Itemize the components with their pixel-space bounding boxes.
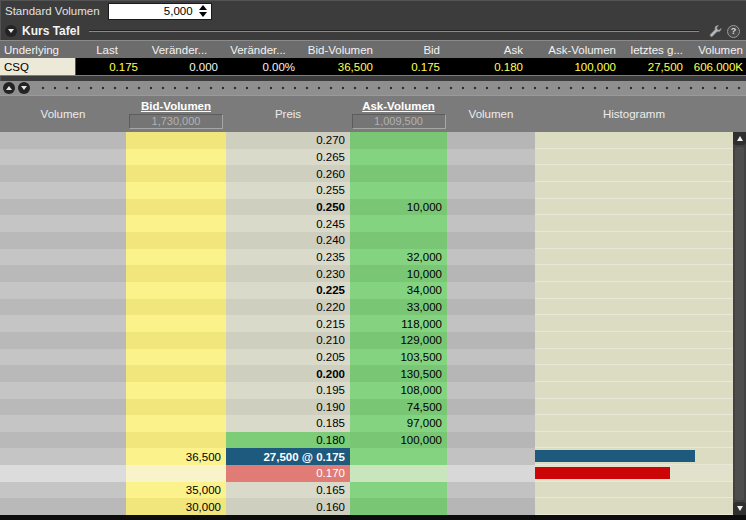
col-last-size[interactable]: letztes g...	[619, 41, 686, 58]
ladder-col-histogram[interactable]: Histogramm	[535, 96, 733, 132]
quote-row[interactable]: CSQ 0.175 0.000 0.00% 36,500 0.175 0.180…	[0, 58, 746, 76]
col-ask[interactable]: Ask	[443, 41, 526, 58]
bid-volume-cell[interactable]	[126, 182, 226, 199]
price-cell[interactable]: 0.165	[226, 482, 350, 499]
ladder-scrollbar[interactable]	[733, 132, 746, 515]
bid-volume-cell[interactable]: 35,000	[126, 482, 226, 499]
panel-splitter[interactable]	[0, 81, 746, 95]
col-volume[interactable]: Volumen	[686, 41, 746, 58]
price-cell[interactable]: 0.170	[226, 465, 350, 482]
price-cell[interactable]: 0.230	[226, 265, 350, 282]
col-bid[interactable]: Bid	[376, 41, 443, 58]
ask-volume-cell[interactable]: 33,000	[350, 299, 447, 316]
bid-volume-cell[interactable]	[126, 165, 226, 182]
col-ask-volume[interactable]: Ask-Volumen	[526, 41, 619, 58]
bid-volume-cell[interactable]	[126, 415, 226, 432]
bid-volume-cell[interactable]	[126, 149, 226, 166]
ask-volume-cell[interactable]: 100,000	[350, 432, 447, 449]
bid-volume-cell[interactable]	[126, 265, 226, 282]
ask-volume-cell[interactable]	[350, 498, 447, 515]
ask-volume-cell[interactable]: 103,500	[350, 349, 447, 366]
bid-volume-cell[interactable]: 36,500	[126, 448, 226, 465]
ask-volume-cell[interactable]	[350, 165, 447, 182]
price-cell[interactable]: 0.260	[226, 165, 350, 182]
price-cell[interactable]: 0.255	[226, 182, 350, 199]
bid-volume-cell[interactable]	[126, 249, 226, 266]
ask-volume-cell[interactable]: 34,000	[350, 282, 447, 299]
help-icon[interactable]: ?	[727, 25, 740, 38]
scroll-up-icon[interactable]	[733, 132, 746, 145]
scroll-down-icon[interactable]	[733, 502, 746, 515]
price-cell[interactable]: 0.205	[226, 349, 350, 366]
ask-volume-cell[interactable]: 130,500	[350, 365, 447, 382]
volume-spinner[interactable]	[197, 5, 209, 18]
price-cell[interactable]: 0.180	[226, 432, 350, 449]
price-cell[interactable]: 0.225	[226, 282, 350, 299]
price-cell[interactable]: 0.200	[226, 365, 350, 382]
spinner-down-icon[interactable]	[199, 12, 207, 17]
bid-volume-cell[interactable]	[126, 349, 226, 366]
ladder-col-ask-volume[interactable]: Ask-Volumen 1,009,500	[350, 96, 447, 132]
splitter-up-icon[interactable]	[3, 82, 15, 94]
price-cell[interactable]: 0.265	[226, 149, 350, 166]
price-cell[interactable]: 0.215	[226, 315, 350, 332]
bid-volume-cell[interactable]	[126, 332, 226, 349]
ask-volume-cell[interactable]: 100,000	[526, 58, 619, 75]
wrench-icon[interactable]	[708, 24, 722, 38]
bid-volume-cell[interactable]	[126, 199, 226, 216]
ask-volume-cell[interactable]: 10,000	[350, 199, 447, 216]
ask-volume-cell[interactable]	[350, 448, 447, 465]
bid-volume-cell[interactable]: 36,500	[298, 58, 376, 75]
ask-volume-cell[interactable]: 97,000	[350, 415, 447, 432]
underlying-cell[interactable]: CSQ	[0, 58, 76, 75]
ask-volume-cell[interactable]	[350, 482, 447, 499]
price-cell[interactable]: 0.220	[226, 299, 350, 316]
bid-volume-cell[interactable]	[126, 215, 226, 232]
ask-volume-cell[interactable]	[350, 215, 447, 232]
ask-volume-cell[interactable]: 108,000	[350, 382, 447, 399]
bid-volume-cell[interactable]	[126, 465, 226, 482]
price-cell[interactable]: 0.245	[226, 215, 350, 232]
price-cell[interactable]: 0.270	[226, 132, 350, 149]
price-cell[interactable]: 27,500 @ 0.175	[226, 448, 350, 465]
scrollbar-thumb[interactable]	[735, 147, 744, 500]
col-change-pct[interactable]: Veränder...	[221, 41, 298, 58]
ladder-col-volume-right[interactable]: Volumen	[447, 96, 535, 132]
price-cell[interactable]: 0.190	[226, 399, 350, 416]
bid-volume-cell[interactable]	[126, 299, 226, 316]
ask-volume-cell[interactable]: 129,000	[350, 332, 447, 349]
col-last[interactable]: Last	[76, 41, 141, 58]
bid-cell[interactable]: 0.175	[376, 58, 443, 75]
bid-volume-cell[interactable]	[126, 132, 226, 149]
bid-volume-cell[interactable]	[126, 365, 226, 382]
standard-volume-input[interactable]: 5,000	[108, 3, 212, 20]
last-cell[interactable]: 0.175	[76, 58, 141, 75]
ask-cell[interactable]: 0.180	[443, 58, 526, 75]
ladder-col-volume-left[interactable]: Volumen	[0, 96, 126, 132]
ask-volume-cell[interactable]	[350, 182, 447, 199]
col-underlying[interactable]: Underlying	[0, 41, 76, 58]
ask-volume-cell[interactable]	[350, 132, 447, 149]
bid-volume-cell[interactable]	[126, 232, 226, 249]
bid-volume-cell[interactable]: 30,000	[126, 498, 226, 515]
ladder-col-bid-volume[interactable]: Bid-Volumen 1,730,000	[126, 96, 226, 132]
price-cell[interactable]: 0.160	[226, 498, 350, 515]
price-cell[interactable]: 0.235	[226, 249, 350, 266]
price-cell[interactable]: 0.210	[226, 332, 350, 349]
bid-volume-cell[interactable]	[126, 432, 226, 449]
splitter-down-icon[interactable]	[18, 82, 30, 94]
bid-volume-cell[interactable]	[126, 315, 226, 332]
price-cell[interactable]: 0.195	[226, 382, 350, 399]
bid-volume-cell[interactable]	[126, 282, 226, 299]
col-change[interactable]: Veränder...	[141, 41, 221, 58]
bid-volume-cell[interactable]	[126, 399, 226, 416]
ask-volume-cell[interactable]: 10,000	[350, 265, 447, 282]
ladder-col-price[interactable]: Preis	[226, 96, 350, 132]
spinner-up-icon[interactable]	[199, 5, 207, 10]
ask-volume-cell[interactable]: 32,000	[350, 249, 447, 266]
ask-volume-cell[interactable]	[350, 149, 447, 166]
price-cell[interactable]: 0.240	[226, 232, 350, 249]
bid-volume-cell[interactable]	[126, 382, 226, 399]
ask-volume-cell[interactable]	[350, 465, 447, 482]
collapse-icon[interactable]	[5, 25, 17, 37]
